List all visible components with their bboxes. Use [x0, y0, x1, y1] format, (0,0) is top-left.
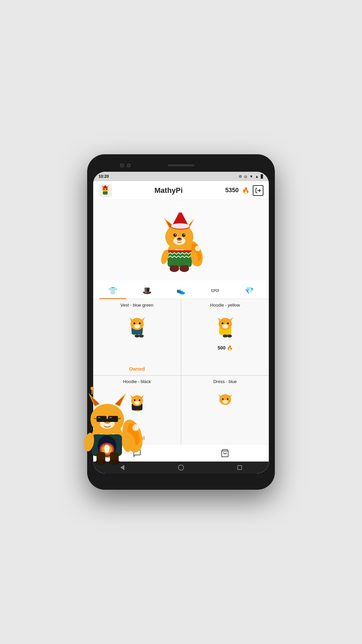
- phone-frame: 10:20 ⚙ ◎ ▼ ▲ ▊: [87, 154, 275, 490]
- svg-point-61: [222, 322, 223, 324]
- item-name-1: Vest - blue green: [120, 303, 153, 308]
- svg-rect-20: [168, 250, 192, 252]
- svg-point-75: [138, 399, 140, 401]
- tab-glasses[interactable]: 👓: [198, 286, 232, 299]
- svg-point-42: [171, 223, 190, 229]
- category-tabs: 👕 🎩 👟 👓 💎: [93, 280, 269, 299]
- app-title: MathyPi: [155, 186, 183, 195]
- item-card-hoodie-black[interactable]: Hoodie - black: [93, 376, 181, 444]
- svg-point-34: [184, 234, 185, 235]
- front-camera2: [127, 163, 131, 167]
- svg-point-48: [133, 322, 135, 324]
- logout-button[interactable]: [253, 185, 263, 196]
- settings-icon: ⚙: [239, 174, 242, 179]
- user-avatar[interactable]: [99, 184, 112, 197]
- svg-rect-25: [170, 265, 178, 269]
- svg-rect-12: [103, 192, 108, 195]
- svg-point-49: [139, 322, 140, 324]
- hat-tab-icon: 🎩: [142, 286, 152, 295]
- header-right: 5350 🔥: [225, 185, 263, 196]
- item-card-vest-blue-green[interactable]: Vest - blue green: [93, 299, 181, 375]
- gem-tab-icon: 💎: [245, 286, 254, 295]
- item-name-4: Dress - blue: [213, 379, 237, 384]
- svg-rect-68: [228, 335, 231, 336]
- svg-rect-67: [223, 335, 227, 336]
- svg-rect-26: [180, 265, 188, 269]
- status-bar: 10:20 ⚙ ◎ ▼ ▲ ▊: [93, 172, 269, 181]
- owned-badge-1: Owned: [93, 366, 181, 372]
- svg-point-74: [134, 399, 135, 401]
- signal-icon: ▲: [255, 174, 259, 178]
- item-card-hoodie-yellow[interactable]: Hoodie - yellow: [181, 299, 269, 375]
- svg-point-73: [134, 401, 140, 405]
- svg-rect-54: [135, 335, 139, 336]
- android-nav: [93, 462, 269, 474]
- svg-point-80: [222, 398, 224, 400]
- tab-shoes[interactable]: 👟: [164, 286, 198, 299]
- svg-point-31: [173, 233, 177, 237]
- svg-point-32: [182, 233, 185, 237]
- svg-point-60: [222, 324, 228, 329]
- svg-rect-55: [139, 335, 143, 336]
- svg-point-62: [227, 322, 229, 324]
- svg-point-8: [106, 189, 107, 190]
- price-value-2: 500: [218, 345, 225, 351]
- speaker: [168, 164, 194, 166]
- svg-point-7: [103, 189, 105, 190]
- item-fox-1: [120, 310, 154, 343]
- tab-clothes[interactable]: 👕: [96, 286, 130, 299]
- character-display: [93, 200, 269, 280]
- glasses-tab-icon: 👓: [210, 286, 220, 295]
- item-price-2: 500 🔥: [218, 345, 232, 351]
- fire-icon: 🔥: [242, 187, 249, 194]
- item-name-2: Hoodie - yellow: [210, 303, 240, 308]
- back-button[interactable]: [119, 464, 126, 471]
- item-fox-3: [120, 386, 154, 420]
- front-camera: [120, 163, 124, 167]
- svg-point-41: [178, 207, 183, 213]
- recents-button[interactable]: [236, 464, 243, 471]
- owned-badge-3: Owned: [93, 435, 181, 441]
- item-card-dress-blue[interactable]: Dress - blue: [181, 376, 269, 444]
- fire-icon-2: 🔥: [227, 345, 233, 351]
- svg-point-30: [178, 237, 181, 239]
- bottom-nav: [93, 444, 269, 462]
- items-grid: Vest - blue green: [93, 299, 269, 444]
- status-icons: ⚙ ◎ ▼ ▲ ▊: [239, 174, 263, 179]
- status-time: 10:20: [99, 174, 109, 179]
- svg-rect-19: [168, 250, 192, 267]
- item-name-3: Hoodie - black: [123, 379, 151, 384]
- battery-icon: ▊: [261, 174, 263, 179]
- notch-area: [93, 160, 269, 170]
- shoes-tab-icon: 👟: [176, 286, 185, 295]
- item-fox-4: [208, 386, 242, 420]
- clothes-tab-icon: 👕: [108, 286, 117, 295]
- svg-point-33: [175, 234, 176, 235]
- home-button[interactable]: [178, 464, 184, 471]
- app-header: MathyPi 5350 🔥: [93, 181, 269, 200]
- shop-button[interactable]: [218, 446, 232, 461]
- tab-hat[interactable]: 🎩: [130, 286, 164, 299]
- phone-screen: 10:20 ⚙ ◎ ▼ ▲ ▊: [93, 172, 269, 474]
- svg-point-11: [105, 184, 106, 185]
- svg-point-81: [227, 398, 228, 400]
- svg-point-79: [223, 400, 228, 404]
- chat-button[interactable]: [130, 446, 144, 461]
- main-character: [151, 203, 211, 277]
- coin-count: 5350: [225, 187, 239, 194]
- tab-gem[interactable]: 💎: [232, 286, 266, 299]
- svg-point-47: [134, 324, 140, 329]
- focus-icon: ◎: [244, 174, 247, 179]
- wifi-icon: ▼: [249, 174, 253, 178]
- svg-point-16: [195, 246, 200, 251]
- item-fox-2: [208, 310, 242, 343]
